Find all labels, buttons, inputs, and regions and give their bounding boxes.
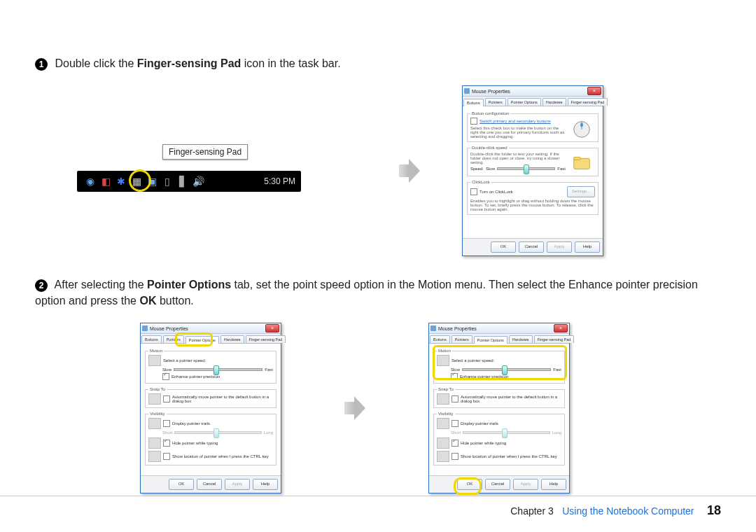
pointer-speed-slider[interactable] <box>462 368 551 371</box>
checkbox-trails[interactable] <box>451 420 458 427</box>
snap-icon <box>148 393 161 405</box>
label-enhance-precision: Enhance pointer precision <box>172 374 220 379</box>
ok-button[interactable]: OK <box>169 479 194 490</box>
dialog-title: Mouse Properties <box>438 326 554 331</box>
tray-clock: 5:30 PM <box>264 176 295 186</box>
dialog-button-row: OK Cancel Apply Help <box>429 475 569 493</box>
settings-button[interactable]: Settings... <box>567 186 595 197</box>
label-short: Short <box>451 430 461 435</box>
dialog-button-row: OK Cancel Apply Help <box>141 475 281 493</box>
apply-button[interactable]: Apply <box>547 241 572 253</box>
cancel-button[interactable]: Cancel <box>519 241 544 253</box>
double-click-slider[interactable] <box>497 167 555 170</box>
label-trails: Display pointer trails <box>461 421 498 426</box>
tray-volume-icon: 🔊 <box>192 175 204 188</box>
tab-pointers[interactable]: Pointers <box>485 98 506 106</box>
label-hide-typing: Hide pointer while typing <box>172 441 218 445</box>
label-fast-1: Fast <box>557 167 566 171</box>
tab-finger-sensing-pad[interactable]: Finger-sensing Pad <box>568 98 608 106</box>
label-speed: Speed: <box>470 167 484 171</box>
checkbox-snap-to[interactable] <box>451 396 458 402</box>
label-long: Long <box>552 430 561 435</box>
step1-text-b: Finger-sensing Pad <box>137 57 241 69</box>
checkbox-snap-to[interactable] <box>163 396 170 402</box>
svg-rect-3 <box>574 158 580 160</box>
help-button[interactable]: Help <box>575 241 600 253</box>
tab-hardware[interactable]: Hardware <box>542 98 566 106</box>
ok-button[interactable]: OK <box>457 479 482 490</box>
checkbox-enhance-precision[interactable] <box>162 373 169 380</box>
legend-double-click: Double-click speed <box>470 146 509 150</box>
apply-button[interactable]: Apply <box>225 479 250 490</box>
checkbox-ctrl-locate[interactable] <box>163 453 170 460</box>
checkbox-trails[interactable] <box>163 420 170 427</box>
folder-icon <box>568 152 595 173</box>
checkbox-hide-typing[interactable] <box>451 440 458 447</box>
mouse-properties-dialog-po-right: Mouse Properties × Buttons Pointers Poin… <box>428 323 570 493</box>
pointer-speed-slider[interactable] <box>174 368 262 371</box>
ok-button[interactable]: OK <box>491 241 516 253</box>
trail-length-slider <box>174 431 261 434</box>
checkbox-hide-typing[interactable] <box>163 440 170 447</box>
step2-text-d: OK <box>139 295 156 307</box>
close-button[interactable]: × <box>554 324 568 332</box>
tab-pointers[interactable]: Pointers <box>163 335 184 343</box>
step2-text-e: button. <box>156 295 193 307</box>
footer-chapter-title: Using the Notebook Computer <box>562 505 694 517</box>
tab-finger-sensing-pad[interactable]: Finger-sensing Pad <box>534 335 575 343</box>
tab-buttons[interactable]: Buttons <box>463 99 484 106</box>
legend-snap-to: Snap To <box>148 387 167 391</box>
dialog-title: Mouse Properties <box>472 89 587 94</box>
tab-finger-sensing-pad[interactable]: Finger-sensing Pad <box>246 335 286 343</box>
trails-icon <box>437 418 449 429</box>
dialog-button-row: OK Cancel Apply Help <box>463 238 603 255</box>
close-button[interactable]: × <box>587 87 601 95</box>
apply-button[interactable]: Apply <box>513 479 538 490</box>
label-slow-1: Slow <box>486 167 495 171</box>
tab-pointer-options[interactable]: Pointer Options <box>474 336 507 344</box>
footer-page-number: 18 <box>707 503 721 517</box>
dialog-titlebar: Mouse Properties × <box>141 323 281 334</box>
tab-hardware[interactable]: Hardware <box>509 335 533 343</box>
step-marker-2: 2 <box>35 279 48 292</box>
legend-motion: Motion <box>437 349 452 353</box>
tab-pointer-options[interactable]: Pointer Options <box>507 98 541 106</box>
help-button[interactable]: Help <box>253 479 278 490</box>
label-snap-to: Automatically move pointer to the defaul… <box>461 395 561 403</box>
close-button[interactable]: × <box>265 324 279 332</box>
checkbox-switch-buttons[interactable] <box>470 118 477 125</box>
legend-button-config: Button configuration <box>470 111 510 115</box>
tab-pointers[interactable]: Pointers <box>451 335 472 343</box>
dialog-tabs: Buttons Pointers Pointer Options Hardwar… <box>463 97 603 106</box>
checkbox-clicklock[interactable] <box>470 188 477 195</box>
step1-text-a: Double click the <box>55 57 136 69</box>
tray-network-icon: ▋ <box>176 175 189 188</box>
step1-text-c: icon in the task bar. <box>241 57 340 69</box>
tab-pointer-options[interactable]: Pointer Options <box>186 336 219 344</box>
group-motion: Motion Select a pointer speed: Slow Fast… <box>145 349 276 384</box>
tray-misc1-icon: ▣ <box>146 175 158 188</box>
label-select-speed: Select a pointer speed: <box>163 358 206 363</box>
arrow-icon <box>399 159 420 183</box>
dialog-app-icon <box>430 326 436 331</box>
group-visibility: Visibility Display pointer trails Short … <box>433 412 565 465</box>
cancel-button[interactable]: Cancel <box>197 479 222 490</box>
tab-buttons[interactable]: Buttons <box>141 335 162 343</box>
label-trails: Display pointer trails <box>172 421 210 426</box>
checkbox-ctrl-locate[interactable] <box>451 453 458 460</box>
tray-shield-icon: ◉ <box>84 175 97 188</box>
step-2: 2 After selecting the Pointer Options ta… <box>35 277 721 309</box>
ctrl-icon <box>148 451 161 462</box>
label-select-speed: Select a pointer speed: <box>451 358 494 363</box>
legend-visibility: Visibility <box>437 412 455 416</box>
help-button[interactable]: Help <box>541 479 566 490</box>
checkbox-enhance-precision[interactable] <box>451 373 458 380</box>
mouse-illustration-icon <box>568 118 595 139</box>
cursor-icon <box>148 355 161 366</box>
tab-hardware[interactable]: Hardware <box>220 335 244 343</box>
footer-chapter: Chapter 3 <box>510 505 553 517</box>
dialog-tabs: Buttons Pointers Pointer Options Hardwar… <box>429 334 569 344</box>
cancel-button[interactable]: Cancel <box>485 479 510 490</box>
tooltip-finger-sensing-pad: Finger-sensing Pad <box>162 144 248 160</box>
tab-buttons[interactable]: Buttons <box>430 335 450 343</box>
